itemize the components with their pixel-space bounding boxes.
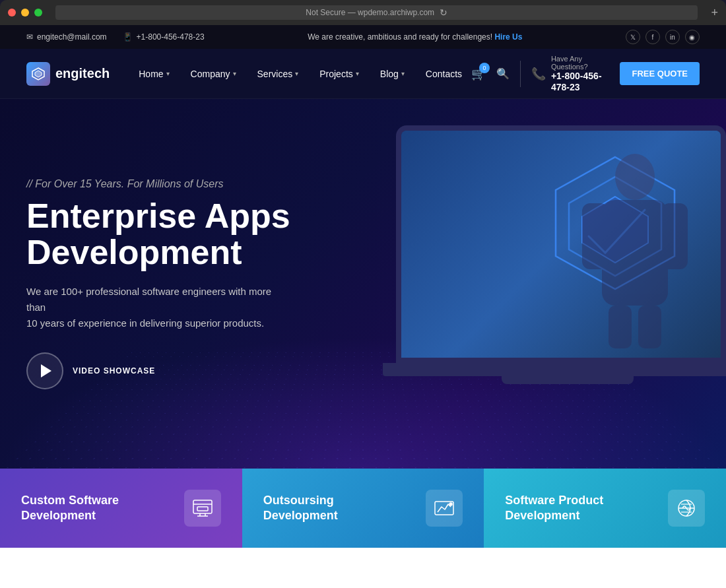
phone-text: +1-800-456-478-23	[137, 32, 205, 42]
facebook-icon[interactable]: f	[645, 30, 660, 44]
instagram-icon[interactable]: ◉	[685, 30, 700, 44]
address-text: Not Secure — wpdemo.archiwp.com	[306, 8, 434, 17]
video-showcase-button[interactable]: VIDEO SHOWCASE	[26, 352, 290, 389]
nav-projects-arrow: ▾	[356, 70, 359, 77]
nav-services[interactable]: Services ▾	[248, 63, 308, 84]
have-questions-text: Have Any Questions?	[551, 55, 610, 71]
promo-text: We are creative, ambitious and ready for…	[308, 32, 492, 42]
logo[interactable]: engitech	[26, 62, 110, 86]
play-circle	[26, 352, 63, 389]
nav-home[interactable]: Home ▾	[129, 63, 178, 84]
close-dot[interactable]	[8, 9, 16, 16]
header-phone-number: +1-800-456-478-23	[551, 71, 610, 93]
laptop-screen	[401, 131, 721, 358]
service-card-product[interactable]: Software ProductDevelopment	[484, 469, 726, 548]
top-bar-promo: We are creative, ambitious and ready for…	[308, 32, 522, 42]
header: engitech Home ▾ Company ▾ Services ▾ Pro…	[0, 49, 726, 99]
hero-section: // For Over 15 Years. For Millions of Us…	[0, 99, 726, 469]
header-right: 🛒 0 🔍 📞 Have Any Questions? +1-800-456-4…	[471, 55, 700, 93]
card-3-icon	[668, 490, 705, 527]
nav-projects[interactable]: Projects ▾	[310, 63, 368, 84]
card-2-icon	[426, 490, 463, 527]
main-nav: Home ▾ Company ▾ Services ▾ Projects ▾ B…	[129, 63, 471, 84]
white-section	[0, 548, 726, 588]
phone-call-icon: 📞	[531, 67, 546, 81]
phone-icon: 📱	[123, 32, 133, 42]
browser-chrome: Not Secure — wpdemo.archiwp.com ↻ +	[0, 0, 726, 25]
service-card-outsourcing[interactable]: OutsoursingDevelopment	[242, 469, 484, 548]
phone-info: 📱 +1-800-456-478-23	[123, 32, 205, 42]
hero-laptop-image	[396, 125, 726, 403]
hero-description: We are 100+ professional software engine…	[26, 284, 290, 331]
nav-company[interactable]: Company ▾	[182, 63, 246, 84]
video-label: VIDEO SHOWCASE	[73, 366, 155, 376]
svg-rect-7	[582, 203, 609, 269]
hero-eyebrow: // For Over 15 Years. For Millions of Us…	[26, 178, 290, 190]
hero-title: Enterprise Apps Development	[26, 198, 290, 270]
logo-text: engitech	[55, 66, 110, 81]
svg-rect-13	[197, 507, 208, 511]
social-links: 𝕏 f in ◉	[626, 30, 700, 44]
service-card-custom[interactable]: Custom SoftwareDevelopment	[0, 469, 242, 548]
search-button[interactable]: 🔍	[496, 67, 510, 80]
svg-rect-6	[602, 200, 668, 306]
nav-blog-arrow: ▾	[401, 70, 405, 77]
top-bar-contact: ✉ engitech@mail.com 📱 +1-800-456-478-23	[26, 32, 205, 42]
nav-blog[interactable]: Blog ▾	[371, 63, 414, 84]
address-bar[interactable]: Not Secure — wpdemo.archiwp.com ↻	[55, 5, 698, 20]
svg-rect-8	[661, 203, 688, 269]
maximize-dot[interactable]	[34, 9, 42, 16]
minimize-dot[interactable]	[21, 9, 29, 16]
header-divider	[520, 61, 521, 87]
new-tab-button[interactable]: +	[711, 6, 718, 20]
nav-services-arrow: ▾	[295, 70, 298, 77]
svg-rect-9	[609, 306, 632, 348]
free-quote-button[interactable]: FREE QUOTE	[620, 62, 700, 85]
card-3-title: Software ProductDevelopment	[505, 493, 603, 524]
svg-marker-1	[35, 71, 42, 77]
card-2-title: OutsoursingDevelopment	[263, 493, 338, 524]
card-1-icon	[184, 490, 221, 527]
svg-point-5	[615, 154, 655, 200]
nav-contacts[interactable]: Contacts	[416, 63, 471, 84]
cart-badge: 0	[479, 63, 490, 73]
twitter-icon[interactable]: 𝕏	[626, 30, 640, 44]
linkedin-icon[interactable]: in	[665, 30, 680, 44]
hero-content: // For Over 15 Years. For Millions of Us…	[26, 178, 290, 389]
laptop-base	[383, 363, 726, 376]
nav-home-arrow: ▾	[166, 70, 170, 77]
email-text: engitech@mail.com	[37, 32, 107, 42]
top-bar: ✉ engitech@mail.com 📱 +1-800-456-478-23 …	[0, 25, 726, 49]
email-info: ✉ engitech@mail.com	[26, 32, 107, 42]
hire-link[interactable]: Hire Us	[494, 32, 522, 42]
laptop-stand	[502, 376, 634, 384]
svg-rect-10	[638, 306, 661, 348]
service-cards: Custom SoftwareDevelopment OutsoursingDe…	[0, 469, 726, 548]
play-icon	[41, 364, 51, 377]
email-icon: ✉	[26, 32, 33, 42]
cart-button[interactable]: 🛒 0	[471, 67, 486, 81]
card-1-title: Custom SoftwareDevelopment	[21, 493, 119, 524]
laptop-outer	[396, 125, 726, 363]
reload-icon[interactable]: ↻	[440, 7, 447, 18]
nav-company-arrow: ▾	[233, 70, 236, 77]
logo-icon	[26, 62, 50, 86]
hero-title-line1: Enterprise Apps	[26, 197, 290, 235]
hero-title-line2: Development	[26, 233, 242, 271]
svg-point-18	[449, 503, 452, 506]
header-phone: 📞 Have Any Questions? +1-800-456-478-23	[531, 55, 610, 93]
